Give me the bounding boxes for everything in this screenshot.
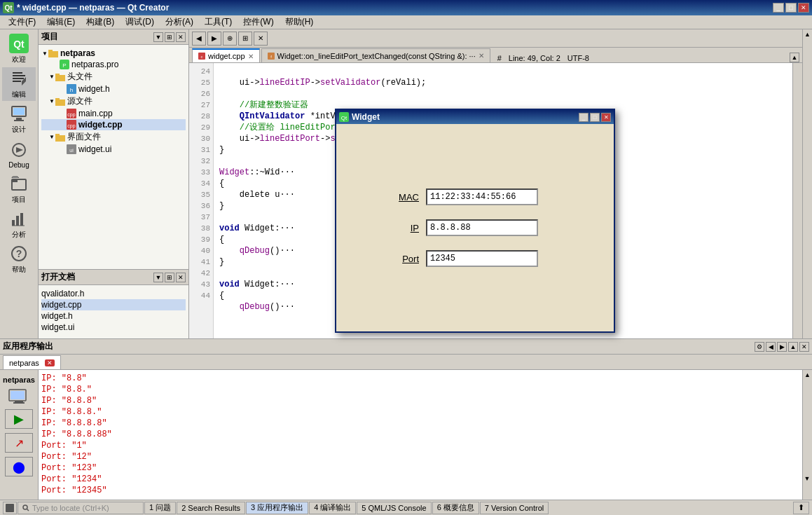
tree-item-sources[interactable]: ▼ 源文件 (41, 95, 186, 108)
bottom-scroll-down[interactable]: ▼ (802, 475, 812, 482)
bottom-scroll-up[interactable]: ▲ (803, 371, 812, 378)
svg-text:P: P (62, 62, 66, 69)
project-panel-expand-btn[interactable]: ▼ (153, 32, 163, 42)
status-qml-console[interactable]: 5 QML/JS Console (357, 502, 431, 514)
tree-item-widget-cpp[interactable]: cpp widget.cpp (41, 119, 186, 130)
bottom-tab-close-badge[interactable]: ✕ (45, 359, 55, 366)
run-green-btn[interactable]: ▶ (5, 409, 33, 429)
status-app-output[interactable]: 3 应用程序输出 (246, 502, 308, 514)
tree-item-widget-ui[interactable]: ui widget.ui (41, 144, 186, 155)
sidebar-item-analyze[interactable]: 分析 (2, 207, 36, 241)
svg-rect-29 (55, 99, 65, 106)
widget-ip-input[interactable] (426, 219, 538, 236)
bottom-toolbar-btn2[interactable]: ◀ (766, 342, 776, 352)
bottom-toolbar-btn1[interactable]: ⚙ (755, 342, 764, 352)
widget-port-input[interactable] (426, 250, 538, 267)
widget-dialog: Qt Widget _ □ ✕ MAC IP (335, 109, 615, 333)
sidebar-item-edit[interactable]: 编辑 (2, 67, 36, 101)
minimize-button[interactable]: _ (773, 3, 784, 13)
ui-file-icon: ui (67, 144, 76, 154)
menu-analyze[interactable]: 分析(A) (160, 15, 199, 29)
scroll-up-btn[interactable]: ▲ (804, 31, 811, 38)
open-doc-widget-cpp[interactable]: widget.cpp (41, 299, 186, 310)
sidebar-item-help[interactable]: ? 帮助 (2, 242, 36, 276)
tree-item-main-cpp[interactable]: cpp main.cpp (41, 108, 186, 119)
bottom-toolbar-btn3[interactable]: ▶ (777, 342, 787, 352)
tree-item-netparas-pro[interactable]: P netparas.pro (41, 59, 186, 70)
project-panel-float-btn[interactable]: ⊞ (165, 32, 174, 42)
pro-file-icon: P (60, 60, 69, 69)
menu-debug[interactable]: 调试(D) (120, 15, 160, 29)
status-compile-output[interactable]: 4 编译输出 (309, 502, 356, 514)
widget-maximize-btn[interactable]: □ (590, 113, 600, 122)
svg-rect-45 (15, 401, 23, 402)
menu-file[interactable]: 文件(F) (3, 15, 41, 29)
status-icon-btn[interactable] (3, 502, 17, 514)
tree-label-netparas: netparas (60, 48, 95, 58)
bottom-scrollbar[interactable]: ▲ ▼ (802, 370, 812, 500)
menu-help[interactable]: 帮助(H) (280, 15, 319, 29)
folder-icon-ui (55, 132, 65, 142)
open-doc-widget-h[interactable]: widget.h (41, 310, 186, 322)
status-overview[interactable]: 6 概要信息 (432, 502, 479, 514)
sidebar-item-debug[interactable]: Debug (2, 137, 36, 171)
close-button[interactable]: ✕ (798, 3, 809, 13)
run-red-btn[interactable]: ↗ (5, 433, 33, 453)
open-docs-expand-btn[interactable]: ▼ (153, 273, 163, 282)
widget-close-btn[interactable]: ✕ (601, 113, 611, 122)
open-docs-float-btn[interactable]: ⊞ (165, 273, 174, 282)
sidebar-item-project[interactable]: 项目 (2, 172, 36, 206)
tab-function-close[interactable]: ✕ (479, 52, 484, 60)
qt-logo-icon: Qt (3, 2, 14, 13)
status-search-input[interactable]: Type to locate (Ctrl+K) (18, 502, 144, 514)
status-problems[interactable]: 1 问题 (144, 502, 176, 514)
menu-tools[interactable]: 工具(T) (199, 15, 238, 29)
toolbar-bookmark-btn[interactable]: ⊕ (223, 32, 237, 46)
open-docs-close-btn[interactable]: ✕ (176, 273, 186, 282)
widget-mac-label: MAC (377, 192, 419, 202)
menu-edit[interactable]: 编辑(E) (41, 15, 81, 29)
svg-rect-36 (55, 134, 60, 136)
tab-widget-cpp[interactable]: c widget.cpp ✕ (192, 48, 260, 62)
widget-port-label: Port (377, 254, 419, 264)
tree-item-widget-h[interactable]: h widget.h (41, 83, 186, 95)
svg-rect-21 (48, 51, 58, 57)
tab-widget-cpp-close[interactable]: ✕ (248, 53, 254, 60)
tree-item-netparas[interactable]: ▼ netparas (41, 48, 186, 59)
sidebar-item-design[interactable]: 设计 (2, 102, 36, 136)
sidebar-item-welcome[interactable]: Qt 欢迎 (2, 32, 36, 66)
toolbar-split-btn[interactable]: ⊞ (238, 32, 252, 46)
svg-rect-4 (13, 78, 24, 79)
run-blue-btn[interactable]: ⬤ (5, 457, 33, 476)
tree-label-widget-ui: widget.ui (78, 144, 111, 154)
svg-line-49 (27, 509, 29, 511)
widget-mac-input[interactable] (426, 188, 538, 205)
toolbar-close-btn[interactable]: ✕ (254, 32, 268, 46)
open-doc-qvalidator[interactable]: qvalidator.h (41, 288, 186, 299)
toolbar-back-btn[interactable]: ◀ (192, 32, 206, 46)
svg-rect-2 (13, 72, 22, 74)
bottom-expand-btn[interactable]: ▲ (788, 342, 798, 352)
toolbar-forward-btn[interactable]: ▶ (207, 32, 221, 46)
widget-title-left: Qt Widget (339, 112, 380, 122)
widget-dialog-buttons: _ □ ✕ (579, 113, 611, 122)
menu-controls[interactable]: 控件(W) (238, 15, 279, 29)
status-version-control[interactable]: 7 Version Control (480, 502, 549, 514)
menu-build[interactable]: 构建(B) (81, 15, 120, 29)
bottom-tab-netparas[interactable]: netparas ✕ (3, 355, 61, 369)
open-doc-widget-ui[interactable]: widget.ui (41, 322, 186, 332)
editor-expand-btn[interactable]: ▲ (790, 53, 799, 62)
status-search-results[interactable]: 2 Search Results (177, 502, 245, 514)
project-panel-close-btn[interactable]: ✕ (176, 32, 186, 42)
tree-item-ui-files[interactable]: ▼ 界面文件 (41, 130, 186, 144)
h-file-icon: h (67, 84, 76, 94)
maximize-button[interactable]: □ (785, 3, 797, 13)
tree-arrow-ui-files: ▼ (48, 134, 55, 140)
status-arrow-btn[interactable]: ⬆ (793, 502, 809, 514)
tab-widget-cpp-label: widget.cpp (208, 52, 245, 60)
tab-function[interactable]: f Widget::on_lineEditPort_textChanged(co… (261, 48, 490, 62)
bottom-close-btn[interactable]: ✕ (799, 342, 809, 352)
widget-minimize-btn[interactable]: _ (579, 113, 589, 122)
svg-rect-15 (12, 220, 15, 226)
tree-item-headers[interactable]: ▼ 头文件 (41, 70, 186, 83)
